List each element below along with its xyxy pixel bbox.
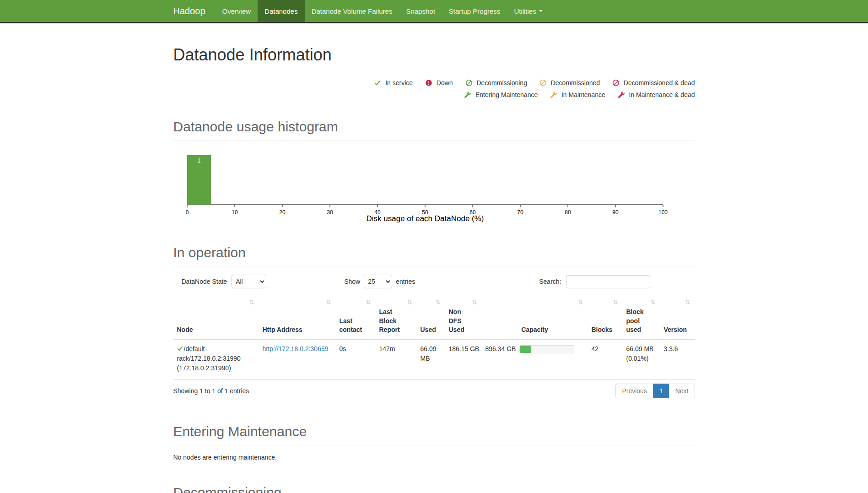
legend-down: Down [426,79,455,87]
sort-icon: ⇅ [651,298,656,307]
exclamation-circle-icon [426,80,432,86]
legend-row-1: In service Down Decommissioning Decommis… [173,77,695,89]
col-header-blocks[interactable]: Blocks⇅ [588,295,623,339]
http-address-link[interactable]: http://172.18.0.2:30659 [263,345,329,352]
entries-label: entries [396,278,415,285]
legend-decommissioned-dead: Decommissioned & dead [613,79,695,87]
sort-icon: ⇅ [366,298,371,307]
col-header-used[interactable]: Used⇅ [417,295,445,339]
cell-used: 66.09 MB [417,339,445,379]
in-operation-heading: In operation [173,245,695,260]
wrench-icon [464,92,471,98]
legend-decommissioned: Decommissioned [540,79,602,87]
legend-decommissioning: Decommissioning [466,79,529,87]
col-header-http-address[interactable]: Http Address⇅ [259,295,336,339]
node-status-legend: In service Down Decommissioning Decommis… [173,77,695,101]
table-info: Showing 1 to 1 of 1 entries [173,387,249,395]
datanode-state-label: DataNode State [182,278,227,285]
sort-icon: ⇅ [578,298,583,307]
entering-maintenance-heading: Entering Maintenance [173,424,695,439]
ban-icon [466,80,472,86]
x-axis-tick-label: 50 [422,209,428,216]
histogram-heading: Datanode usage histogram [173,119,695,135]
legend-in-maintenance: In Maintenance [550,91,607,98]
x-axis-tick-label: 0 [185,209,189,216]
legend-in-service: In service [374,79,415,87]
divider [173,140,695,141]
sort-icon: ⇅ [249,298,254,307]
x-axis-tick-label: 60 [469,209,476,216]
search-label: Search: [539,278,561,285]
nav-menu: Overview Datanodes Datanode Volume Failu… [216,0,550,22]
entering-maintenance-empty-text: No nodes are entering maintenance. [173,454,695,461]
sort-icon: ⇅ [407,298,412,307]
usage-histogram: Disk usage of each DataNode (%) 01020304… [173,145,695,227]
pagination-previous[interactable]: Previous [615,384,653,398]
x-axis-tick-label: 30 [327,209,333,216]
histogram-bar-count: 1 [197,157,200,164]
caret-down-icon [539,10,543,12]
brand-hadoop[interactable]: Hadoop [173,0,216,22]
pagination: Previous 1 Next [616,384,695,398]
nav-snapshot[interactable]: Snapshot [399,0,442,22]
navbar: Hadoop Overview Datanodes Datanode Volum… [0,0,868,23]
x-axis-tick-label: 90 [612,209,619,216]
sort-icon: ⇅ [472,298,477,307]
x-axis-tick-label: 80 [565,209,571,216]
check-icon [177,346,183,352]
cell-capacity: 896.34 GB [482,339,588,379]
sort-icon: ⇅ [685,298,690,307]
x-axis-tick-label: 10 [232,209,238,216]
table-row: /default-rack/172.18.0.2:31990 (172.18.0… [173,339,695,379]
ban-icon [540,80,546,86]
sort-icon: ⇅ [436,298,441,307]
x-axis-tick-label: 20 [279,209,286,216]
legend-row-2: Entering Maintenance In Maintenance In M… [173,89,695,101]
nav-datanode-volume-failures[interactable]: Datanode Volume Failures [305,0,399,22]
col-header-last-contact[interactable]: Last contact⇅ [336,295,376,339]
pagination-next[interactable]: Next [669,384,695,398]
cell-http-address: http://172.18.0.2:30659 [259,339,336,379]
nav-utilities[interactable]: Utilities [507,0,549,22]
search-control: Search: [539,275,650,288]
sort-icon: ⇅ [326,298,331,307]
page-length-control: Show 25 entries [344,275,415,288]
page-length-select[interactable]: 25 [364,275,392,288]
search-input[interactable] [566,275,650,288]
ban-icon [613,80,619,86]
col-header-last-block-report[interactable]: Last Block Report⇅ [376,295,417,339]
col-header-capacity[interactable]: Capacity⇅ [482,295,588,339]
cell-last-contact: 0s [336,339,376,379]
col-header-node[interactable]: Node⇅ [173,295,259,339]
col-header-block-pool-used[interactable]: Block pool used⇅ [623,295,660,339]
x-axis-tick-label: 100 [658,209,667,216]
page-title: Datanode Information [173,45,695,65]
check-icon [374,80,381,86]
col-header-version[interactable]: Version⇅ [660,295,695,339]
datanode-state-select[interactable]: All [232,275,266,288]
cell-node: /default-rack/172.18.0.2:31990 (172.18.0… [173,339,259,379]
table-controls: DataNode State All Show 25 entries Searc… [173,275,695,288]
divider [173,72,695,72]
legend-in-maintenance-dead: In Maintenance & dead [618,91,695,98]
col-header-non-dfs-used[interactable]: Non DFS Used⇅ [445,295,482,339]
sort-icon: ⇅ [613,298,618,307]
pagination-page-1[interactable]: 1 [653,384,669,398]
decommissioning-heading: Decommissioning [173,485,695,493]
nav-startup-progress[interactable]: Startup Progress [442,0,507,22]
x-axis-tick-label: 40 [374,209,381,216]
x-axis-tick-label: 70 [517,209,523,216]
cell-non-dfs-used: 186.15 GB [445,339,482,379]
table-header-row: Node⇅ Http Address⇅ Last contact⇅ Last B… [173,295,695,339]
wrench-icon [550,92,557,98]
show-label: Show [344,278,360,285]
capacity-progress-bar [519,345,574,353]
legend-entering-maintenance: Entering Maintenance [464,91,539,98]
nav-datanodes[interactable]: Datanodes [258,0,305,22]
wrench-icon [618,92,625,98]
divider [173,445,695,445]
cell-version: 3.3.6 [660,339,695,379]
nav-overview[interactable]: Overview [216,0,258,22]
cell-blocks: 42 [588,339,623,379]
cell-last-block-report: 147m [376,339,417,379]
